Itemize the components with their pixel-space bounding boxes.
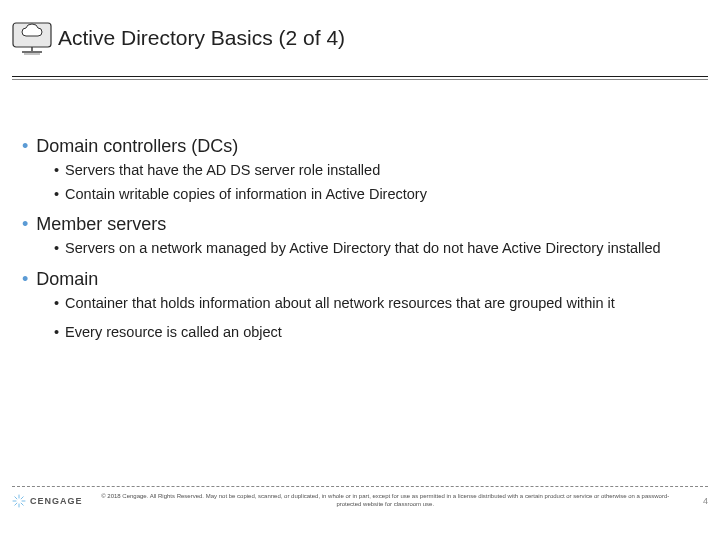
sub-bullet-group: •Servers on a network managed by Active … bbox=[54, 239, 690, 259]
svg-line-10 bbox=[21, 497, 23, 499]
bullet-heading: •Domain controllers (DCs) bbox=[22, 136, 690, 157]
bullet-dot-icon: • bbox=[22, 136, 28, 156]
brand-logo: CENGAGE bbox=[12, 494, 83, 508]
slide-footer: CENGAGE © 2018 Cengage. All Rights Reser… bbox=[0, 486, 720, 534]
sub-bullet: •Container that holds information about … bbox=[54, 294, 690, 314]
sub-bullet-group: •Container that holds information about … bbox=[54, 294, 690, 343]
sub-bullet-group: •Servers that have the AD DS server role… bbox=[54, 161, 690, 204]
slide-body: •Domain controllers (DCs) •Servers that … bbox=[0, 76, 720, 343]
sub-bullet: •Contain writable copies of information … bbox=[54, 185, 690, 205]
page-number: 4 bbox=[688, 496, 708, 506]
slide: Active Directory Basics (2 of 4) •Domain… bbox=[0, 0, 720, 540]
starburst-icon bbox=[12, 494, 26, 508]
sub-bullet-text: Contain writable copies of information i… bbox=[65, 185, 427, 205]
svg-line-8 bbox=[15, 497, 17, 499]
sub-bullet-text: Servers that have the AD DS server role … bbox=[65, 161, 380, 181]
bullet-dot-icon: • bbox=[22, 269, 28, 289]
sub-bullet: •Every resource is called an object bbox=[54, 323, 690, 343]
bullet-dot-icon: • bbox=[54, 323, 59, 343]
slide-header: Active Directory Basics (2 of 4) bbox=[0, 0, 720, 76]
bullet-heading-text: Domain bbox=[36, 269, 98, 289]
sub-bullet-text: Servers on a network managed by Active D… bbox=[65, 239, 661, 259]
header-divider bbox=[12, 76, 708, 80]
sub-bullet: •Servers that have the AD DS server role… bbox=[54, 161, 690, 181]
footer-row: CENGAGE © 2018 Cengage. All Rights Reser… bbox=[0, 493, 720, 509]
bullet-dot-icon: • bbox=[54, 185, 59, 205]
title-row: Active Directory Basics (2 of 4) bbox=[10, 20, 720, 56]
cloud-monitor-icon bbox=[10, 20, 54, 56]
copyright-text: © 2018 Cengage. All Rights Reserved. May… bbox=[83, 493, 688, 509]
footer-divider bbox=[12, 486, 708, 487]
svg-line-9 bbox=[21, 503, 23, 505]
bullet-dot-icon: • bbox=[54, 239, 59, 259]
sub-bullet: •Servers on a network managed by Active … bbox=[54, 239, 690, 259]
bullet-heading-text: Domain controllers (DCs) bbox=[36, 136, 238, 156]
sub-bullet-text: Every resource is called an object bbox=[65, 323, 282, 343]
brand-name: CENGAGE bbox=[30, 496, 83, 506]
svg-line-11 bbox=[15, 503, 17, 505]
bullet-dot-icon: • bbox=[54, 294, 59, 314]
slide-title: Active Directory Basics (2 of 4) bbox=[58, 26, 345, 50]
bullet-dot-icon: • bbox=[54, 161, 59, 181]
bullet-dot-icon: • bbox=[22, 214, 28, 234]
bullet-heading-text: Member servers bbox=[36, 214, 166, 234]
sub-bullet-text: Container that holds information about a… bbox=[65, 294, 615, 314]
bullet-heading: •Domain bbox=[22, 269, 690, 290]
bullet-heading: •Member servers bbox=[22, 214, 690, 235]
